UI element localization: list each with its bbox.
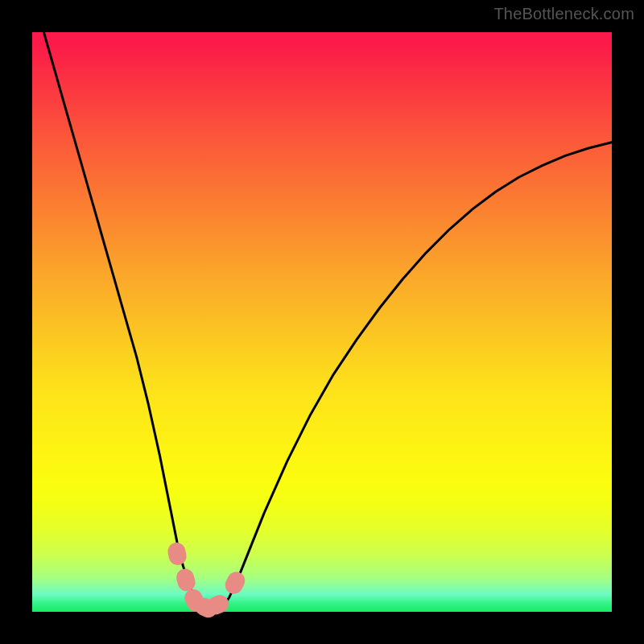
plot-area xyxy=(32,32,612,612)
watermark-text: TheBottleneck.com xyxy=(493,5,634,23)
chart-frame: TheBottleneck.com xyxy=(0,0,644,644)
curve-svg xyxy=(32,32,612,612)
markers-group xyxy=(166,541,248,621)
curve-marker xyxy=(222,569,248,597)
curve-marker xyxy=(166,541,188,567)
curve-marker xyxy=(174,567,197,593)
bottleneck-curve xyxy=(43,32,612,611)
